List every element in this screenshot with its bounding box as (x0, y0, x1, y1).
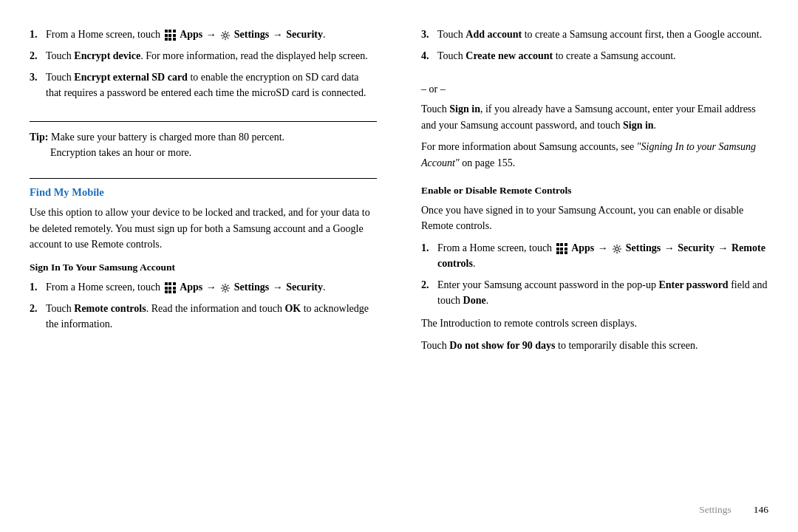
enable-disable-desc: Once you have signed in to your Samsung … (421, 202, 768, 234)
apps-grid-icon-3 (556, 243, 567, 254)
right-step-4: 4. Touch Create new account to create a … (421, 48, 768, 64)
samsung-account-info: For more information about Samsung accou… (421, 139, 768, 171)
sign-in-step-1-content: From a Home screen, touch Apps → Setting… (46, 279, 377, 295)
tip-label: Tip: (30, 132, 48, 143)
footer-page-number: 146 (754, 504, 768, 516)
apps-label-3: Apps (571, 242, 594, 253)
svg-point-1 (224, 287, 227, 290)
step-2: 2. Touch Encrypt device. For more inform… (30, 48, 377, 64)
remote-controls-bold: Remote controls (74, 303, 146, 314)
step-3: 3. Touch Encrypt external SD card to ena… (30, 69, 377, 100)
do-not-show-text: Touch Do not show for 90 days to tempora… (421, 338, 768, 354)
arrow-2a: → (206, 282, 219, 293)
settings-gear-icon-3 (612, 244, 622, 254)
security-label-3: Security (678, 242, 715, 253)
sign-in-section: Sign In To Your Samsung Account 1. From … (30, 262, 377, 332)
divider-2 (30, 178, 377, 179)
arrow-3b: → (664, 242, 678, 253)
tip-text-1: Make sure your battery is charged more t… (48, 132, 284, 143)
find-my-mobile-title: Find My Mobile (30, 186, 377, 199)
tip-line-2: Encryption takes an hour or more. (30, 145, 377, 160)
arrow-3c: → (717, 242, 731, 253)
footer-section: Settings (699, 504, 732, 516)
enable-step-1: 1. From a Home screen, touch Apps → Sett… (421, 240, 768, 271)
step-number-2: 2. (30, 48, 41, 64)
svg-point-0 (224, 34, 227, 37)
create-account-bold: Create new account (466, 50, 553, 61)
encrypt-sd-bold: Encrypt external SD card (74, 72, 188, 83)
enter-password-bold: Enter password (658, 279, 728, 290)
sign-in-step-2: 2. Touch Remote controls. Read the infor… (30, 301, 377, 332)
settings-label-3: Settings (626, 242, 661, 253)
left-column: 1. From a Home screen, touch Apps → Sett… (30, 27, 388, 510)
find-my-mobile-section: Find My Mobile Use this option to allow … (30, 186, 377, 339)
settings-label-2: Settings (234, 282, 269, 293)
step-1: 1. From a Home screen, touch Apps → Sett… (30, 27, 377, 42)
enable-disable-section: Enable or Disable Remote Controls Once y… (421, 185, 768, 360)
sign-in-bold-1: Sign in (449, 103, 480, 115)
sign-in-step-number-1: 1. (30, 279, 41, 295)
apps-grid-icon-2 (165, 282, 176, 293)
or-separator: – or – (421, 81, 768, 97)
ok-bold: OK (284, 303, 301, 314)
enable-step-2: 2. Enter your Samsung account password i… (421, 277, 768, 308)
apps-grid-icon-1 (165, 30, 176, 41)
done-bold: Done (463, 295, 486, 306)
right-step-number-4: 4. (421, 48, 433, 64)
arrow-3a: → (598, 242, 611, 253)
right-step-number-3: 3. (421, 27, 433, 42)
sign-in-bold-2: Sign in (623, 120, 654, 131)
right-top-steps: 3. Touch Add account to create a Samsung… (421, 27, 768, 69)
settings-label-1: Settings (234, 29, 269, 40)
sign-in-step-number-2: 2. (30, 301, 41, 332)
sign-in-steps: 1. From a Home screen, touch Apps → Sett… (30, 279, 377, 332)
settings-gear-icon-1 (220, 30, 231, 41)
step-3-content: Touch Encrypt external SD card to enable… (46, 69, 377, 100)
tip-box: Tip: Make sure your battery is charged m… (30, 129, 377, 160)
svg-point-2 (615, 248, 618, 250)
divider-1 (30, 121, 377, 122)
step-1-content: From a Home screen, touch Apps → Setting… (46, 27, 377, 42)
enable-step-2-content: Enter your Samsung account password in t… (437, 277, 768, 308)
step-number-3: 3. (30, 69, 41, 100)
do-not-show-bold: Do not show for 90 days (449, 340, 555, 351)
enable-step-1-content: From a Home screen, touch Apps → Setting… (437, 240, 768, 271)
sign-in-title: Sign In To Your Samsung Account (30, 262, 377, 273)
right-column: 3. Touch Add account to create a Samsung… (410, 27, 768, 510)
step-number-1: 1. (30, 27, 41, 42)
apps-label-1: Apps (180, 29, 202, 40)
arrow-1b: → (273, 29, 286, 40)
signing-in-italic: "Signing In to your Samsung Account" (421, 141, 756, 168)
page-content: 1. From a Home screen, touch Apps → Sett… (0, 0, 798, 532)
find-my-mobile-desc: Use this option to allow your device to … (30, 205, 377, 253)
enable-disable-title: Enable or Disable Remote Controls (421, 185, 768, 197)
step-2-content: Touch Encrypt device. For more informati… (46, 48, 377, 64)
arrow-2b: → (273, 282, 286, 293)
sign-in-body-text: Touch Sign in, if you already have a Sam… (421, 101, 768, 133)
right-step-3-content: Touch Add account to create a Samsung ac… (437, 27, 768, 42)
add-account-bold: Add account (466, 29, 522, 40)
tip-line-1: Tip: Make sure your battery is charged m… (30, 129, 377, 145)
intro-screen-text: The Introduction to remote controls scre… (421, 316, 768, 332)
arrow-1a: → (206, 29, 219, 40)
settings-gear-icon-2 (220, 283, 231, 293)
sign-in-step-2-content: Touch Remote controls. Read the informat… (46, 301, 377, 332)
right-step-4-content: Touch Create new account to create a Sam… (437, 48, 768, 64)
intro-steps: 1. From a Home screen, touch Apps → Sett… (30, 27, 377, 106)
security-label-2: Security (286, 282, 323, 293)
right-step-3: 3. Touch Add account to create a Samsung… (421, 27, 768, 42)
enable-step-number-1: 1. (421, 240, 433, 271)
enable-steps: 1. From a Home screen, touch Apps → Sett… (421, 240, 768, 308)
sign-in-step-1: 1. From a Home screen, touch Apps → Sett… (30, 279, 377, 295)
security-label-1: Security (286, 29, 323, 40)
enable-step-number-2: 2. (421, 277, 433, 308)
footer: Settings 146 (699, 504, 768, 516)
apps-label-2: Apps (180, 282, 202, 293)
encrypt-device-bold: Encrypt device (74, 50, 140, 61)
